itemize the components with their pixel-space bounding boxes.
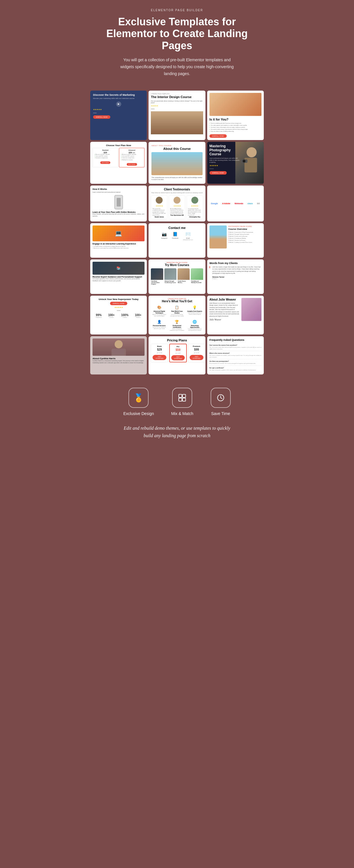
phone-mockup <box>114 195 123 209</box>
pricing-basic-btn[interactable]: GET STARTED <box>152 355 166 360</box>
testimonial-text-2: An incredible learning experience! The i… <box>170 208 184 214</box>
interior-stars: ★★★★★ <box>151 105 203 107</box>
heres-icon-5: 🏆 <box>170 320 184 324</box>
try-courses-list: Total Body Transformation Program Ultima… <box>151 268 203 286</box>
faq-item-1: Can I access the course from anywhere? Y… <box>209 343 261 351</box>
svg-point-0 <box>247 147 257 157</box>
instagram-label: Instagram <box>161 237 168 239</box>
is-it-cta[interactable]: ENROLL NOW <box>209 134 227 138</box>
svg-point-5 <box>115 340 123 348</box>
stat-courses-num: 100+ <box>108 313 115 317</box>
card-testimonials: Client Testimonials Hear what our client… <box>148 186 205 221</box>
about-course-text: This comprehensive course will equip you… <box>151 177 202 181</box>
stat-certified: 100% Certified <box>121 313 129 318</box>
stat-courses: 100+ Courses <box>108 313 115 318</box>
check-item-2: You make graphics and templates to creat… <box>209 125 261 126</box>
advanced-buy-btn[interactable]: BUY NOW <box>127 163 137 166</box>
pricing-premium-name: Premium <box>190 345 203 347</box>
julie-text: Julie Weaver is an accomplished interior… <box>209 302 240 317</box>
heres-item-2: 📋 Real-World Case Studies Learn from rea… <box>169 305 185 318</box>
pricing-premium-btn[interactable]: GET STARTED <box>190 355 203 360</box>
card-logos: Google A Adobe Nintendo cisco SO <box>207 186 264 221</box>
stat-certified-num: 100% <box>121 313 129 317</box>
expert-title: Receive Expert Guidance and Personalized… <box>93 276 145 278</box>
interior-tag: LANDING PAGE TEMPLATE <box>151 93 203 95</box>
heres-item-text-5: Earn a recognized certification upon com… <box>170 328 184 331</box>
save-time-icon <box>211 388 231 408</box>
exclusive-design-label: Exclusive Design <box>123 411 154 416</box>
standard-label: Standard <box>94 149 117 151</box>
pricing-basic-name: Basic <box>152 345 166 347</box>
testimonials-title: Client Testimonials <box>151 188 203 191</box>
pricing-pro-btn[interactable]: GET STARTED <box>171 355 185 360</box>
heres-item-title-6: Networking Opportunities <box>187 325 202 328</box>
expert-image: 📚 <box>93 262 145 275</box>
module-4: Module 4: Flexibility and Mobility <box>228 238 261 239</box>
enroll-button[interactable]: ENROLL NOW <box>93 115 110 119</box>
pricing-pro-name: Pro <box>171 346 185 347</box>
mix-match-label: Mix & Match <box>171 411 193 416</box>
heres-item-title-5: Professional Certification <box>170 325 184 328</box>
try-more-title: Try More Courses <box>151 264 203 267</box>
course-health-img <box>191 268 203 280</box>
marketing-title: Discover the Secrets of Marketing <box>93 93 144 96</box>
photography-brand: ●●●●● <box>209 168 241 169</box>
about-course-image <box>151 152 202 175</box>
engage-image: 💻 <box>93 225 145 241</box>
course-cardio-img <box>178 268 190 280</box>
engage-feature-2: ✓ Access to a community forum and live Q… <box>93 247 145 249</box>
heres-title: Here's What You'll Get <box>151 300 203 303</box>
how-subtitle: Learn content text and instructional mat… <box>93 191 145 193</box>
course-cardio: Cardio Fitness Mastery <box>178 268 190 286</box>
heres-icon-6: 🌐 <box>187 320 202 324</box>
plan-standard: Standard $29 Access to all PDF materials… <box>93 148 118 168</box>
course-overview-image <box>209 225 227 248</box>
pricing-basic: Basic $29 per month GET STARTED <box>151 344 168 362</box>
bottom-tagline: Edit and rebuild demo themes, or use tem… <box>119 425 235 439</box>
unlock-stars: ★★★★★ <box>93 306 145 309</box>
heres-icon-2: 📋 <box>170 305 184 310</box>
logo-cisco: cisco <box>248 203 253 205</box>
card-pricing: Pricing Plans Basic $29 per month GET ST… <box>148 336 205 375</box>
course-fitness-img <box>151 268 163 280</box>
play-button[interactable]: ▶ <box>116 101 121 107</box>
plan-advanced: Advanced $59 $99 Access to all PDF mater… <box>119 148 145 168</box>
svg-rect-9 <box>179 398 182 401</box>
pricing-basic-desc: per month <box>152 352 166 353</box>
faq-a-1: Yes, our course is fully online and acce… <box>209 347 261 350</box>
check-item-3: You have a team of developers who are re… <box>209 127 261 128</box>
course-health: Flexibility and Mobility Essentials <box>191 268 203 286</box>
photography-enroll-btn[interactable]: ENROLL NOW <box>209 171 227 175</box>
standard-price: $29 <box>94 152 117 154</box>
avatar-1 <box>156 197 163 204</box>
words-quote-block: Julie has made a magic that made me stop… <box>212 266 261 279</box>
svg-rect-8 <box>182 394 186 398</box>
testimonial-text-3: I'm impressed by the quality of the cont… <box>188 208 202 216</box>
email-item: ✉️ Email hello@website.com <box>183 232 193 241</box>
course-strength-img <box>164 268 176 280</box>
heres-item-1: 🎨 Advanced Digital Techniques Master cut… <box>151 305 168 318</box>
heres-item-text-1: Master cutting-edge digital tools and te… <box>152 314 167 317</box>
svg-rect-7 <box>179 394 182 398</box>
advanced-feature-4: Weekly live sessions <box>120 159 144 161</box>
course-overview-title: Course Overview <box>228 228 261 230</box>
heres-item-text-3: Gain valuable insights from industry lea… <box>187 312 202 315</box>
pricing-premium-price: $99 <box>190 348 203 351</box>
testimonial-3: ★★★★★ I'm impressed by the quality of th… <box>186 195 203 219</box>
card-course-overview: PHOTOGRAPHY ONLINE COURSE Course Overvie… <box>207 223 264 258</box>
marketing-stars: ★★★★★ <box>93 108 144 111</box>
engage-title: Engage in an Interactive Learning Experi… <box>93 243 145 245</box>
testimonial-text-1: This course has completely transformed m… <box>152 208 166 216</box>
standard-buy-btn[interactable]: BUY NOW <box>100 161 111 164</box>
photography-stars: ★★★★★ <box>209 164 241 167</box>
julie-image <box>241 298 261 321</box>
stars-3: ★★★★★ <box>188 205 202 207</box>
logo-nintendo: Nintendo <box>235 203 243 205</box>
interior-brand: ●●●● <box>151 108 203 110</box>
how-title: How It Works <box>93 188 145 190</box>
words-quote: Julie has made a magic that made me stop… <box>212 266 261 275</box>
testimonial-2: ★★★★★ An incredible learning experience!… <box>169 195 185 219</box>
unlock-enroll-btn[interactable]: ENROLL NOW <box>110 302 127 305</box>
card-contact: Contact me 📷 Instagram 📘 Facebook ✉️ Ema… <box>148 223 205 258</box>
card-unlock: Unlock Your New Superpower Today ENROLL … <box>90 296 147 335</box>
